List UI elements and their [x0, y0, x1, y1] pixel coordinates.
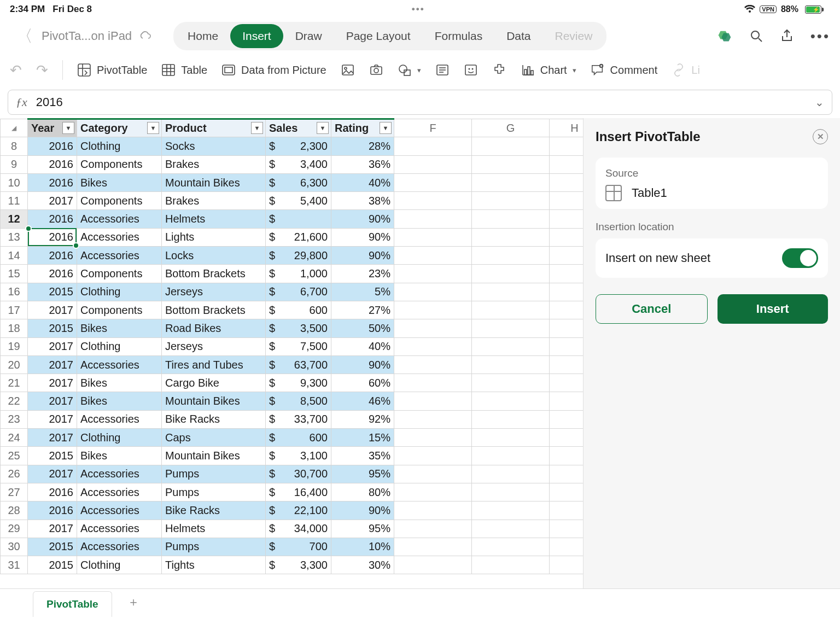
cell-category[interactable]: Clothing: [77, 429, 162, 447]
cell-rating[interactable]: 90%: [331, 355, 394, 374]
table-row[interactable]: 312015ClothingTights$ 3,30030%: [1, 556, 584, 574]
cell-product[interactable]: Bottom Brackets: [162, 301, 266, 319]
empty-cell[interactable]: [394, 483, 472, 501]
row-header[interactable]: 9: [1, 155, 28, 173]
table-header-product[interactable]: Product▼: [162, 119, 266, 137]
cell-year[interactable]: 2017: [28, 392, 77, 410]
empty-cell[interactable]: [550, 355, 584, 374]
empty-cell[interactable]: [550, 265, 584, 283]
spreadsheet-grid[interactable]: ◢Year▼Category▼Product▼Sales▼Rating▼FGH …: [0, 118, 583, 588]
table-row[interactable]: 282016AccessoriesBike Racks$ 22,10090%: [1, 501, 584, 520]
document-title[interactable]: PivotTa...on iPad: [42, 29, 132, 43]
cell-rating[interactable]: 27%: [331, 301, 394, 319]
empty-cell[interactable]: [472, 374, 550, 392]
cell-product[interactable]: Pumps: [162, 538, 266, 556]
empty-cell[interactable]: [550, 410, 584, 428]
table-header-category[interactable]: Category▼: [77, 119, 162, 137]
cell-category[interactable]: Components: [77, 265, 162, 283]
table-row[interactable]: 242017ClothingCaps$ 60015%: [1, 429, 584, 447]
cell-sales[interactable]: $ 6,700: [266, 283, 331, 301]
row-header[interactable]: 22: [1, 392, 28, 410]
cell-sales[interactable]: $ 8,500: [266, 392, 331, 410]
cell-sales[interactable]: $: [266, 210, 331, 228]
empty-cell[interactable]: [394, 155, 472, 173]
cell-rating[interactable]: 40%: [331, 337, 394, 355]
empty-cell[interactable]: [550, 210, 584, 228]
undo-button[interactable]: ↶: [10, 62, 22, 79]
cell-rating[interactable]: 60%: [331, 374, 394, 392]
empty-cell[interactable]: [472, 210, 550, 228]
cell-product[interactable]: Jerseys: [162, 283, 266, 301]
cell-sales[interactable]: $ 2,300: [266, 137, 331, 155]
cell-year[interactable]: 2016: [28, 228, 77, 246]
cell-product[interactable]: Cargo Bike: [162, 374, 266, 392]
cell-product[interactable]: Bike Racks: [162, 410, 266, 428]
formula-expand-icon[interactable]: ⌄: [815, 96, 824, 109]
cell-year[interactable]: 2016: [28, 483, 77, 501]
cell-rating[interactable]: 15%: [331, 429, 394, 447]
insert-addins-button[interactable]: [492, 63, 506, 77]
cell-sales[interactable]: $ 1,000: [266, 265, 331, 283]
empty-cell[interactable]: [394, 319, 472, 337]
empty-cell[interactable]: [394, 228, 472, 246]
empty-cell[interactable]: [394, 265, 472, 283]
row-header[interactable]: 20: [1, 355, 28, 374]
tab-formulas[interactable]: Formulas: [423, 24, 495, 48]
empty-cell[interactable]: [550, 137, 584, 155]
cell-product[interactable]: Locks: [162, 247, 266, 265]
empty-cell[interactable]: [550, 392, 584, 410]
row-header[interactable]: 28: [1, 501, 28, 520]
column-header-G[interactable]: G: [472, 119, 550, 137]
insert-button[interactable]: Insert: [718, 294, 829, 324]
row-header[interactable]: 26: [1, 465, 28, 483]
empty-cell[interactable]: [472, 410, 550, 428]
add-sheet-button[interactable]: ＋: [116, 587, 150, 617]
empty-cell[interactable]: [472, 155, 550, 173]
empty-cell[interactable]: [394, 520, 472, 538]
cell-sales[interactable]: $ 33,700: [266, 410, 331, 428]
cell-product[interactable]: Brakes: [162, 192, 266, 210]
empty-cell[interactable]: [550, 465, 584, 483]
empty-cell[interactable]: [472, 392, 550, 410]
table-row[interactable]: 92016ComponentsBrakes$ 3,40036%: [1, 155, 584, 173]
insert-picture-button[interactable]: [341, 63, 355, 77]
cell-product[interactable]: Mountain Bikes: [162, 447, 266, 465]
empty-cell[interactable]: [394, 447, 472, 465]
filter-dropdown-icon[interactable]: ▼: [380, 122, 392, 134]
row-header[interactable]: 13: [1, 228, 28, 246]
empty-cell[interactable]: [550, 538, 584, 556]
cell-product[interactable]: Lights: [162, 228, 266, 246]
empty-cell[interactable]: [394, 501, 472, 520]
table-row[interactable]: 272016AccessoriesPumps$ 16,40080%: [1, 483, 584, 501]
row-header[interactable]: 27: [1, 483, 28, 501]
cell-year[interactable]: 2017: [28, 301, 77, 319]
cell-product[interactable]: Tires and Tubes: [162, 355, 266, 374]
table-row[interactable]: 212017BikesCargo Bike$ 9,30060%: [1, 374, 584, 392]
empty-cell[interactable]: [550, 483, 584, 501]
cell-year[interactable]: 2017: [28, 410, 77, 428]
empty-cell[interactable]: [394, 392, 472, 410]
table-header-rating[interactable]: Rating▼: [331, 119, 394, 137]
empty-cell[interactable]: [550, 520, 584, 538]
row-header[interactable]: 24: [1, 429, 28, 447]
empty-cell[interactable]: [472, 429, 550, 447]
cell-category[interactable]: Bikes: [77, 374, 162, 392]
row-header[interactable]: 25: [1, 447, 28, 465]
cell-product[interactable]: Bottom Brackets: [162, 265, 266, 283]
cell-sales[interactable]: $ 3,400: [266, 155, 331, 173]
empty-cell[interactable]: [550, 429, 584, 447]
row-header[interactable]: 10: [1, 173, 28, 191]
cell-rating[interactable]: 90%: [331, 210, 394, 228]
cell-product[interactable]: Bike Racks: [162, 501, 266, 520]
cell-category[interactable]: Bikes: [77, 173, 162, 191]
empty-cell[interactable]: [394, 337, 472, 355]
cell-year[interactable]: 2017: [28, 465, 77, 483]
empty-cell[interactable]: [394, 429, 472, 447]
cell-rating[interactable]: 90%: [331, 247, 394, 265]
empty-cell[interactable]: [394, 210, 472, 228]
cell-year[interactable]: 2016: [28, 265, 77, 283]
row-header[interactable]: 8: [1, 137, 28, 155]
cell-category[interactable]: Bikes: [77, 392, 162, 410]
row-header[interactable]: 15: [1, 265, 28, 283]
empty-cell[interactable]: [394, 355, 472, 374]
